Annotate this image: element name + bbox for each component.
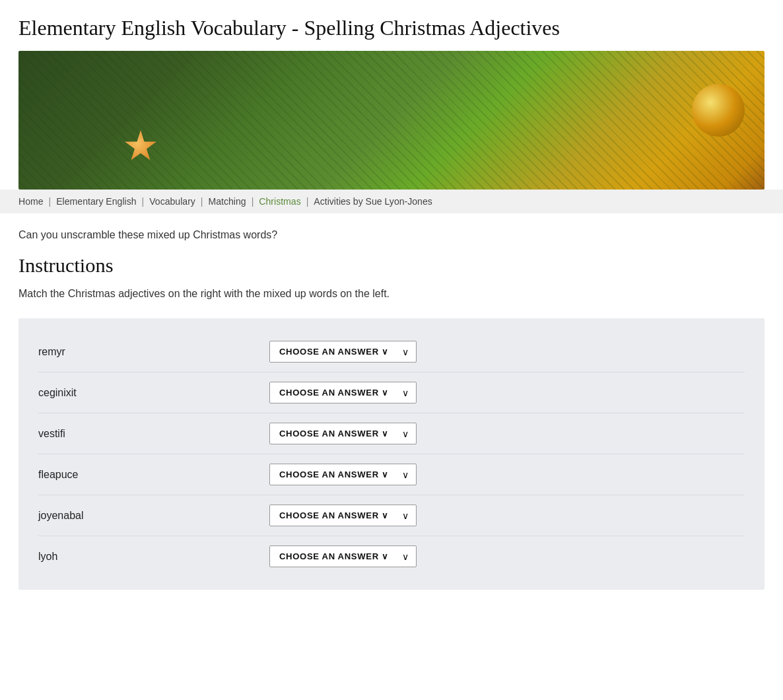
- breadcrumb-sep-5: |: [306, 196, 309, 207]
- scrambled-word-1: remyr: [38, 346, 269, 358]
- answer-select-4[interactable]: CHOOSE AN ANSWER ∨: [269, 464, 417, 485]
- instructions-heading: Instructions: [18, 254, 765, 277]
- answer-select-2[interactable]: CHOOSE AN ANSWER ∨: [269, 382, 417, 403]
- answer-select-6[interactable]: CHOOSE AN ANSWER ∨: [269, 545, 417, 567]
- main-content: Can you unscramble these mixed up Christ…: [0, 213, 783, 606]
- answer-select-5[interactable]: CHOOSE AN ANSWER ∨: [269, 505, 417, 526]
- quiz-container: remyr CHOOSE AN ANSWER ∨ ceginixit CHOOS…: [18, 318, 765, 590]
- breadcrumb-sep-1: |: [49, 196, 51, 207]
- scrambled-word-4: fleapuce: [38, 469, 269, 481]
- breadcrumb: Home | Elementary English | Vocabulary |…: [0, 190, 783, 213]
- hero-image: [18, 51, 765, 190]
- breadcrumb-elementary[interactable]: Elementary English: [56, 196, 136, 207]
- scrambled-word-2: ceginixit: [38, 387, 269, 399]
- answer-select-3[interactable]: CHOOSE AN ANSWER ∨: [269, 423, 417, 444]
- answer-select-wrapper-1: CHOOSE AN ANSWER ∨: [269, 341, 417, 363]
- breadcrumb-sep-4: |: [252, 196, 254, 207]
- breadcrumb-author: Activities by Sue Lyon-Jones: [314, 196, 432, 207]
- table-row: lyoh CHOOSE AN ANSWER ∨: [38, 536, 745, 577]
- answer-select-wrapper-6: CHOOSE AN ANSWER ∨: [269, 545, 417, 567]
- breadcrumb-home[interactable]: Home: [18, 196, 44, 207]
- answer-select-wrapper-5: CHOOSE AN ANSWER ∨: [269, 505, 417, 526]
- breadcrumb-sep-2: |: [142, 196, 145, 207]
- breadcrumb-vocabulary[interactable]: Vocabulary: [149, 196, 195, 207]
- intro-text: Can you unscramble these mixed up Christ…: [18, 229, 765, 241]
- table-row: ceginixit CHOOSE AN ANSWER ∨: [38, 372, 745, 413]
- table-row: joyenabal CHOOSE AN ANSWER ∨: [38, 495, 745, 536]
- table-row: vestifi CHOOSE AN ANSWER ∨: [38, 413, 745, 454]
- scrambled-word-3: vestifi: [38, 428, 269, 440]
- breadcrumb-matching[interactable]: Matching: [209, 196, 246, 207]
- breadcrumb-sep-3: |: [201, 196, 203, 207]
- answer-select-1[interactable]: CHOOSE AN ANSWER ∨: [269, 341, 417, 363]
- instructions-body: Match the Christmas adjectives on the ri…: [18, 288, 765, 300]
- scrambled-word-5: joyenabal: [38, 510, 269, 522]
- answer-select-wrapper-3: CHOOSE AN ANSWER ∨: [269, 423, 417, 444]
- answer-select-wrapper-2: CHOOSE AN ANSWER ∨: [269, 382, 417, 403]
- table-row: remyr CHOOSE AN ANSWER ∨: [38, 332, 745, 372]
- table-row: fleapuce CHOOSE AN ANSWER ∨: [38, 454, 745, 495]
- answer-select-wrapper-4: CHOOSE AN ANSWER ∨: [269, 464, 417, 485]
- scrambled-word-6: lyoh: [38, 551, 269, 563]
- breadcrumb-christmas[interactable]: Christmas: [259, 196, 300, 207]
- gold-ornament: [692, 84, 745, 137]
- page-title: Elementary English Vocabulary - Spelling…: [0, 0, 783, 51]
